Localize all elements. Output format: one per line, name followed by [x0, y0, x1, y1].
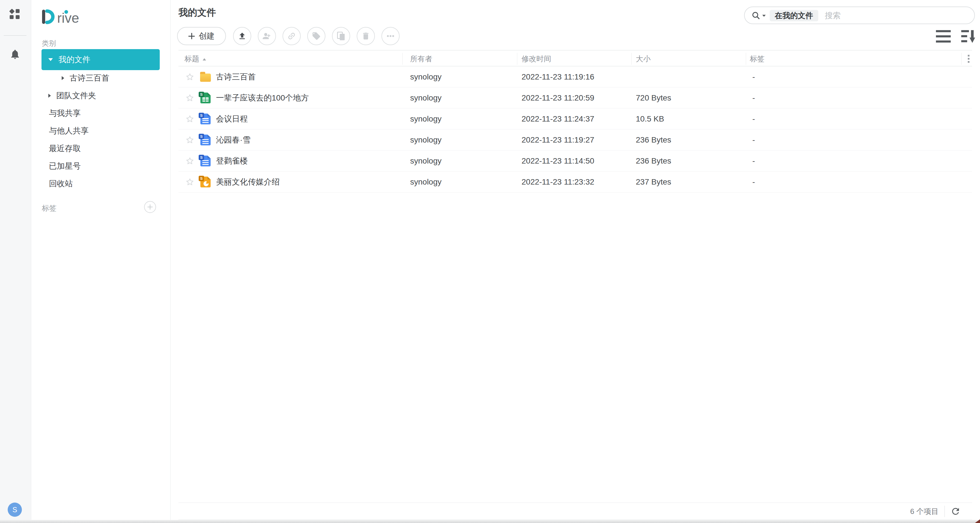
file-owner: synology	[410, 87, 442, 108]
sort-button[interactable]	[961, 30, 976, 43]
sidebar-tags-row: 标签	[32, 200, 170, 215]
app-rail: S	[0, 0, 31, 520]
sidebar-item-team-folder[interactable]: 团队文件夹	[32, 87, 170, 105]
upload-button[interactable]	[233, 27, 251, 45]
trash-icon	[361, 32, 370, 41]
sidebar-item-label: 团队文件夹	[56, 90, 96, 101]
table-row[interactable]: 会议日程 synology 2022-11-23 11:24:37 10.5 K…	[178, 108, 972, 130]
create-button[interactable]: 创建	[177, 27, 226, 45]
file-name[interactable]: 古诗三百首	[216, 67, 256, 87]
share-button[interactable]	[258, 27, 276, 45]
column-header-owner[interactable]: 所有者	[410, 51, 432, 67]
notifications-bell-icon[interactable]	[10, 49, 21, 60]
refresh-button[interactable]	[950, 506, 961, 517]
search-icon[interactable]	[751, 11, 760, 20]
plus-icon	[188, 33, 195, 39]
file-type-icon	[199, 113, 212, 125]
status-bar: 6 个项目	[178, 502, 972, 520]
search-bar[interactable]: 在我的文件	[744, 6, 975, 24]
star-icon[interactable]	[185, 135, 194, 144]
file-tags: -	[752, 171, 755, 192]
ellipsis-icon	[386, 32, 395, 41]
copy-button[interactable]	[332, 27, 350, 45]
column-divider	[517, 53, 517, 65]
star-icon[interactable]	[185, 114, 194, 124]
file-type-icon	[199, 155, 212, 167]
user-avatar[interactable]: S	[8, 502, 22, 517]
sidebar-section-label: 类别	[42, 39, 56, 48]
delete-button[interactable]	[357, 27, 375, 45]
column-header-title[interactable]: 标题	[185, 51, 206, 67]
window-bottom-edge	[0, 520, 980, 523]
column-header-tags[interactable]: 标签	[750, 51, 765, 67]
star-icon[interactable]	[185, 72, 194, 81]
table-header: 标题 所有者 修改时间 大小 标签	[178, 50, 972, 67]
list-view-button[interactable]	[936, 30, 951, 43]
sidebar-item-label: 与他人共享	[49, 125, 89, 136]
table-row[interactable]: 一辈子应该去的100个地方 synology 2022-11-23 11:20:…	[178, 87, 972, 108]
sidebar-item-my-files[interactable]: 我的文件	[41, 49, 160, 70]
file-owner: synology	[410, 151, 442, 171]
sidebar-item-shared-with-me[interactable]: 与我共享	[32, 105, 170, 122]
sidebar-item-label: 已加星号	[49, 161, 81, 171]
file-modified: 2022-11-23 11:19:16	[522, 67, 594, 87]
file-name[interactable]: 美丽文化传媒介绍	[216, 171, 280, 192]
star-icon[interactable]	[185, 94, 194, 103]
sidebar-item-label: 我的文件	[59, 54, 91, 65]
sidebar-item-recent[interactable]: 最近存取	[32, 140, 170, 157]
sidebar-item-label: 古诗三百首	[70, 73, 110, 84]
tags-label: 标签	[42, 203, 57, 213]
file-owner: synology	[410, 171, 442, 192]
sidebar-item-poems-folder[interactable]: 古诗三百首	[32, 69, 170, 87]
column-header-size[interactable]: 大小	[636, 51, 651, 67]
chevron-right-icon[interactable]	[48, 94, 51, 98]
item-count: 6 个项目	[910, 503, 939, 520]
file-size: 236 Bytes	[636, 151, 671, 171]
star-icon[interactable]	[185, 178, 194, 187]
file-tags: -	[752, 87, 755, 108]
table-row[interactable]: 美丽文化传媒介绍 synology 2022-11-23 11:23:32 23…	[178, 171, 972, 192]
drive-logo: rive	[41, 8, 98, 25]
search-scope-caret-icon[interactable]	[762, 15, 766, 17]
column-header-label: 标题	[185, 54, 199, 63]
sort-ascending-icon	[203, 58, 206, 60]
sidebar-item-label: 与我共享	[49, 108, 81, 119]
add-tag-button[interactable]	[144, 201, 156, 213]
column-divider	[402, 53, 403, 65]
file-size: 236 Bytes	[636, 130, 671, 151]
tag-button[interactable]	[307, 27, 325, 45]
share-link-button[interactable]	[283, 27, 301, 45]
search-input[interactable]	[825, 10, 967, 22]
file-modified: 2022-11-23 11:19:27	[522, 130, 594, 151]
file-name[interactable]: 登鹳雀楼	[216, 151, 248, 171]
svg-text:rive: rive	[57, 11, 79, 25]
column-options-button[interactable]	[964, 54, 974, 64]
file-owner: synology	[410, 67, 442, 87]
star-icon[interactable]	[185, 157, 194, 166]
file-name[interactable]: 会议日程	[216, 108, 248, 130]
file-modified: 2022-11-23 11:24:37	[522, 108, 594, 130]
chevron-down-icon[interactable]	[48, 58, 53, 61]
search-scope-chip[interactable]: 在我的文件	[770, 10, 818, 21]
sidebar-item-recycle-bin[interactable]: 回收站	[32, 175, 170, 192]
table-row[interactable]: 沁园春·雪 synology 2022-11-23 11:19:27 236 B…	[178, 130, 972, 151]
main-panel: 我的文件 在我的文件 创建	[171, 0, 980, 520]
app-grid-icon[interactable]	[10, 9, 20, 20]
sidebar-item-starred[interactable]: 已加星号	[32, 157, 170, 175]
column-header-modified[interactable]: 修改时间	[522, 51, 551, 67]
chevron-right-icon[interactable]	[62, 76, 64, 80]
file-tags: -	[752, 67, 755, 87]
rail-divider	[4, 35, 26, 36]
file-name[interactable]: 一辈子应该去的100个地方	[216, 87, 309, 108]
table-row[interactable]: 古诗三百首 synology 2022-11-23 11:19:16 -	[178, 67, 972, 87]
table-row[interactable]: 登鹳雀楼 synology 2022-11-23 11:14:50 236 By…	[178, 151, 972, 171]
person-add-icon	[262, 32, 271, 41]
file-tags: -	[752, 108, 755, 130]
column-divider	[746, 53, 746, 65]
copy-icon	[337, 32, 345, 41]
sidebar-item-shared-with-others[interactable]: 与他人共享	[32, 122, 170, 140]
sidebar: rive 类别 我的文件 古诗三百首 团队文件夹 与我共享 与他人共享 最近存取…	[32, 0, 170, 520]
more-actions-button[interactable]	[382, 27, 399, 45]
file-type-icon	[199, 92, 212, 104]
file-name[interactable]: 沁园春·雪	[216, 130, 250, 151]
